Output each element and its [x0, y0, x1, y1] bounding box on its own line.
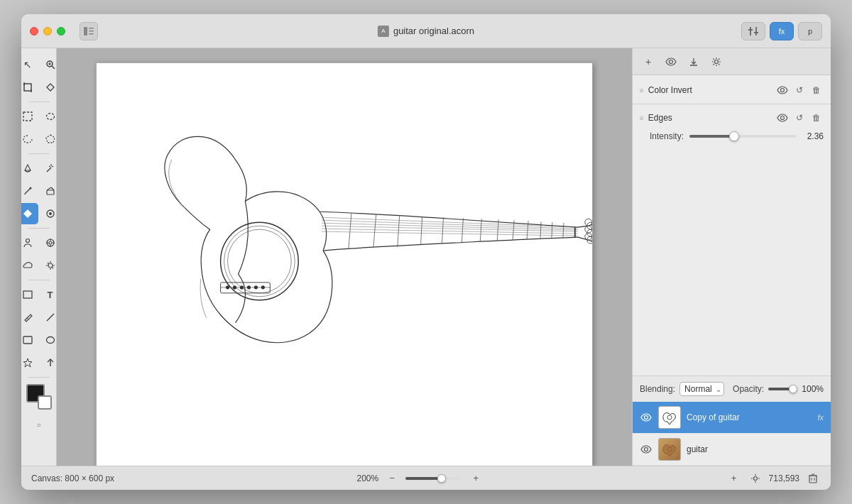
tool-row-5	[21, 158, 61, 179]
canvas-info: Canvas: 800 × 600 px	[31, 473, 114, 483]
svg-rect-44	[23, 291, 32, 298]
layer-copy-of-guitar[interactable]: Copy of guitar fx	[633, 402, 831, 434]
tool-row-3	[21, 106, 61, 127]
fill-tool[interactable]	[21, 203, 38, 224]
tool-row-6	[21, 180, 61, 202]
svg-line-20	[52, 166, 53, 167]
rect-shape-tool[interactable]	[21, 284, 38, 305]
star-tool[interactable]	[21, 352, 38, 373]
color-invert-delete[interactable]: 🗑	[809, 83, 824, 97]
svg-line-25	[47, 187, 51, 190]
layers-section: Copy of guitar fx	[633, 402, 831, 466]
svg-point-30	[26, 239, 29, 243]
layer-copy-visibility[interactable]	[640, 411, 652, 424]
traffic-lights	[30, 27, 65, 35]
edges-delete[interactable]: 🗑	[809, 111, 824, 125]
svg-line-22	[25, 188, 31, 194]
tool-row-10: T	[21, 284, 61, 305]
opacity-thumb[interactable]	[789, 385, 797, 393]
window-title: guitar original.acorn	[393, 26, 474, 36]
svg-rect-101	[809, 476, 816, 483]
svg-point-94	[781, 89, 785, 92]
svg-line-42	[48, 263, 49, 264]
svg-line-60	[497, 219, 498, 241]
minimize-button[interactable]	[43, 27, 52, 35]
color-invert-visibility[interactable]	[775, 83, 790, 97]
layer-copy-fx: fx	[817, 413, 824, 422]
zoom-slider[interactable]	[405, 477, 462, 480]
svg-point-100	[753, 476, 757, 480]
intensity-row: Intensity: 2.36	[650, 131, 824, 141]
svg-point-81	[254, 286, 257, 289]
p-panel-button[interactable]: p	[798, 22, 822, 40]
svg-point-66	[221, 222, 299, 300]
file-size: 713,593	[769, 473, 799, 483]
tool-row-11	[21, 307, 61, 328]
svg-line-54	[373, 214, 376, 248]
default-colors-button[interactable]: ○	[28, 414, 50, 435]
paint-bucket-tool[interactable]	[21, 158, 38, 179]
add-filter-button[interactable]: +	[640, 53, 657, 70]
cloud-tool[interactable]	[21, 255, 38, 276]
visibility-filter-button[interactable]	[662, 53, 679, 70]
tools-panel-button[interactable]	[741, 22, 765, 40]
sidebar-toggle-button[interactable]	[80, 22, 98, 40]
svg-point-97	[667, 415, 672, 420]
rect-select-icon	[23, 111, 33, 121]
download-filter-button[interactable]	[685, 53, 702, 70]
tool-separator-4	[28, 280, 50, 280]
rect-draw-tool[interactable]	[21, 329, 38, 351]
line-icon	[45, 312, 55, 322]
settings-filter-button[interactable]	[708, 53, 725, 70]
target-icon	[45, 238, 55, 248]
zoom-minus-button[interactable]: −	[384, 471, 400, 486]
color-swatch-area	[26, 384, 52, 410]
intensity-slider[interactable]	[689, 135, 797, 138]
svg-rect-12	[24, 84, 31, 91]
settings-button[interactable]	[748, 471, 763, 486]
image-canvas[interactable]	[96, 62, 593, 466]
layer-guitar[interactable]: guitar	[633, 434, 831, 466]
swap-colors-button[interactable]: ⇄	[21, 414, 27, 435]
file-icon: A	[378, 26, 389, 37]
arrow-up-icon	[45, 358, 55, 368]
fx-panel-button[interactable]: fx	[770, 22, 794, 40]
gear-icon	[750, 473, 760, 483]
svg-point-95	[781, 116, 785, 120]
crop-tool[interactable]	[21, 77, 38, 98]
rect-select-tool[interactable]	[21, 106, 38, 127]
blending-mode-select[interactable]: Normal	[679, 382, 724, 396]
svg-line-26	[51, 187, 54, 190]
background-color[interactable]	[38, 395, 52, 410]
guitar-drawing	[97, 63, 592, 466]
pen-tool[interactable]	[21, 307, 38, 328]
opacity-slider[interactable]	[768, 388, 797, 390]
status-bar: Canvas: 800 × 600 px 200% − + + 713,593	[21, 466, 831, 490]
svg-line-59	[480, 219, 481, 241]
intensity-thumb[interactable]	[729, 131, 739, 141]
svg-line-21	[49, 166, 50, 167]
maximize-button[interactable]	[57, 27, 65, 35]
edges-drag-handle[interactable]: ≡	[640, 114, 644, 122]
add-layer-button[interactable]: +	[726, 471, 742, 486]
svg-point-78	[234, 286, 236, 289]
color-invert-label: Color Invert	[648, 85, 771, 95]
lasso-tool[interactable]	[21, 128, 38, 150]
person-tool[interactable]	[21, 232, 38, 253]
select-tool[interactable]: ↖	[21, 54, 38, 75]
crop-icon	[23, 82, 33, 92]
zoom-thumb[interactable]	[437, 474, 446, 483]
close-button[interactable]	[30, 27, 38, 35]
brush-tool[interactable]	[21, 180, 38, 202]
tools-icon	[748, 26, 759, 37]
trash-button[interactable]	[805, 471, 821, 486]
zoom-plus-button[interactable]: +	[468, 471, 484, 486]
edges-reset[interactable]: ↺	[792, 111, 807, 125]
tool-row-12	[21, 329, 61, 351]
svg-line-63	[540, 221, 541, 239]
layer-guitar-visibility[interactable]	[640, 443, 652, 456]
fill-icon	[23, 209, 33, 219]
edges-visibility[interactable]	[775, 111, 790, 125]
filter-drag-handle[interactable]: ≡	[640, 87, 644, 94]
color-invert-reset[interactable]: ↺	[792, 83, 807, 97]
